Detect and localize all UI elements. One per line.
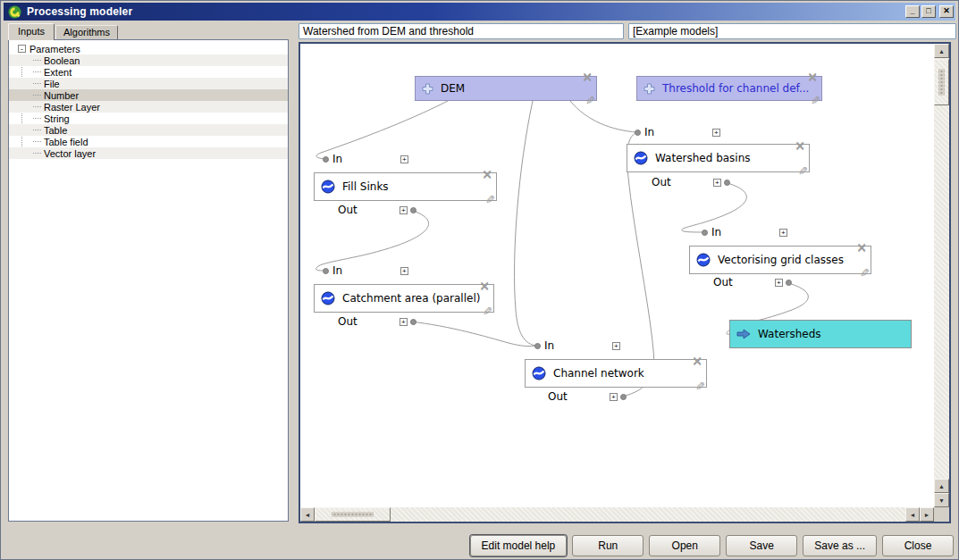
footer-button-bar: Edit model help Run Open Save Save as ..…	[470, 535, 954, 556]
edit-node-icon[interactable]: ✎	[483, 305, 492, 317]
scroll-up-icon[interactable]: ▲	[934, 44, 949, 58]
output-arrow-icon	[736, 329, 751, 339]
algorithm-node-channel-network[interactable]: Channel network ✕ ✎	[525, 359, 707, 388]
tree-item-number[interactable]: Number	[9, 89, 288, 101]
title-bar: Processing modeler _ □ ✕	[4, 3, 955, 21]
port-channel-network-in: In +	[534, 339, 620, 352]
tree-item-table[interactable]: Table	[9, 124, 288, 136]
tree-item-parameters[interactable]: - Parameters	[9, 43, 288, 54]
saga-algorithm-icon	[696, 253, 711, 267]
node-label: DEM	[441, 82, 465, 95]
processing-modeler-window: Processing modeler _ □ ✕ Inputs Algorith…	[0, 0, 959, 560]
maximize-button[interactable]: □	[921, 5, 936, 18]
expand-icon[interactable]: +	[400, 206, 408, 214]
edit-node-icon[interactable]: ✎	[860, 267, 870, 279]
algorithm-node-catchment-area[interactable]: Catchment area (parallel) ✕ ✎	[314, 284, 494, 313]
expand-icon[interactable]: +	[400, 155, 408, 163]
canvas-vertical-scrollbar[interactable]: ▲ ▲ ▼	[934, 44, 949, 507]
connector-dot	[323, 156, 329, 163]
horizontal-scroll-thumb[interactable]	[315, 507, 391, 522]
vertical-scroll-thumb[interactable]	[934, 59, 949, 105]
connector-dot	[534, 343, 541, 349]
inputs-tree-panel: - Parameters Boolean Extent File Number …	[8, 39, 289, 522]
port-catchment-in: In +	[323, 264, 408, 277]
edit-node-icon[interactable]: ✎	[585, 95, 595, 106]
add-input-icon	[422, 83, 433, 95]
connector-dot	[724, 180, 730, 186]
saga-algorithm-icon	[634, 151, 648, 165]
scroll-down-icon[interactable]: ▼	[934, 493, 949, 507]
tree-item-string[interactable]: String	[9, 113, 288, 124]
algorithm-node-fill-sinks[interactable]: Fill Sinks ✕ ✎	[314, 172, 497, 201]
expand-icon[interactable]: +	[779, 229, 787, 237]
delete-node-icon[interactable]: ✕	[856, 241, 867, 254]
save-button[interactable]: Save	[726, 535, 797, 556]
collapse-icon[interactable]: -	[18, 45, 26, 53]
connector-dot	[702, 230, 708, 236]
expand-icon[interactable]: +	[610, 393, 618, 401]
scroll-right-icon[interactable]: ►	[920, 507, 934, 522]
port-watershed-basins-out: Out +	[652, 176, 730, 188]
connector-dot	[635, 130, 641, 136]
edit-node-icon[interactable]: ✎	[695, 380, 705, 392]
tree-stub	[33, 141, 41, 142]
scroll-left-icon[interactable]: ◄	[300, 507, 315, 522]
tree-item-vector-layer[interactable]: Vector layer	[9, 147, 288, 159]
edit-node-icon[interactable]: ✎	[798, 165, 808, 177]
tree-item-extent[interactable]: Extent	[9, 66, 288, 78]
tree-item-boolean[interactable]: Boolean	[9, 54, 288, 66]
tree-item-raster-layer[interactable]: Raster Layer	[9, 101, 288, 113]
delete-node-icon[interactable]: ✕	[479, 280, 490, 292]
edit-node-icon[interactable]: ✎	[811, 95, 820, 106]
expand-icon[interactable]: +	[713, 179, 721, 187]
tab-inputs[interactable]: Inputs	[8, 23, 55, 40]
node-label: Fill Sinks	[342, 180, 389, 193]
tree-item-table-field[interactable]: Table field	[9, 136, 288, 147]
expand-icon[interactable]: +	[775, 279, 783, 287]
minimize-button[interactable]: _	[905, 5, 920, 18]
delete-node-icon[interactable]: ✕	[482, 168, 492, 180]
tree-stub	[33, 130, 41, 130]
tree-stub	[33, 83, 41, 84]
tab-algorithms[interactable]: Algorithms	[55, 25, 118, 39]
port-fill-sinks-out: Out +	[338, 204, 416, 216]
qgis-logo-icon	[8, 5, 21, 19]
connection-dem-fillsinks	[316, 101, 448, 159]
model-name-input[interactable]	[299, 23, 624, 39]
tree-stub	[33, 106, 41, 107]
window-title: Processing modeler	[27, 5, 132, 18]
expand-icon[interactable]: +	[612, 342, 620, 350]
input-node-threshold[interactable]: Threshold for channel def... ✕ ✎	[636, 76, 822, 101]
edit-node-icon[interactable]: ✎	[485, 194, 495, 205]
add-input-icon	[644, 83, 655, 95]
scroll-up-icon[interactable]: ▲	[934, 479, 949, 493]
open-button[interactable]: Open	[649, 535, 720, 556]
close-window-button[interactable]: ✕	[939, 5, 954, 18]
output-node-watersheds[interactable]: Watersheds	[729, 320, 912, 348]
node-label: Watershed basins	[655, 152, 751, 164]
delete-node-icon[interactable]: ✕	[795, 139, 805, 152]
tree-stub	[33, 95, 41, 96]
delete-node-icon[interactable]: ✕	[807, 71, 818, 83]
save-as-button[interactable]: Save as ...	[803, 535, 877, 556]
tree-stub	[33, 71, 41, 72]
tree-item-file[interactable]: File	[9, 78, 288, 89]
input-node-dem[interactable]: DEM ✕ ✎	[415, 76, 597, 101]
algorithm-node-vectorising-grid-classes[interactable]: Vectorising grid classes ✕ ✎	[689, 246, 871, 274]
expand-icon[interactable]: +	[712, 129, 720, 137]
delete-node-icon[interactable]: ✕	[692, 355, 702, 367]
run-button[interactable]: Run	[572, 535, 644, 556]
expand-icon[interactable]: +	[400, 267, 408, 275]
algorithm-node-watershed-basins[interactable]: Watershed basins ✕ ✎	[627, 144, 810, 172]
scroll-left-icon[interactable]: ◄	[905, 507, 920, 522]
delete-node-icon[interactable]: ✕	[582, 71, 593, 83]
model-group-input[interactable]	[628, 23, 956, 39]
connector-dot	[786, 280, 792, 286]
edit-model-help-button[interactable]: Edit model help	[470, 535, 568, 556]
connector-dot	[323, 268, 329, 274]
connector-dot	[410, 207, 416, 213]
expand-icon[interactable]: +	[400, 318, 408, 326]
connection-dem-watershedbasins	[570, 101, 637, 132]
close-button[interactable]: Close	[882, 535, 954, 556]
canvas-horizontal-scrollbar[interactable]: ◄ ◄ ►	[300, 507, 934, 522]
